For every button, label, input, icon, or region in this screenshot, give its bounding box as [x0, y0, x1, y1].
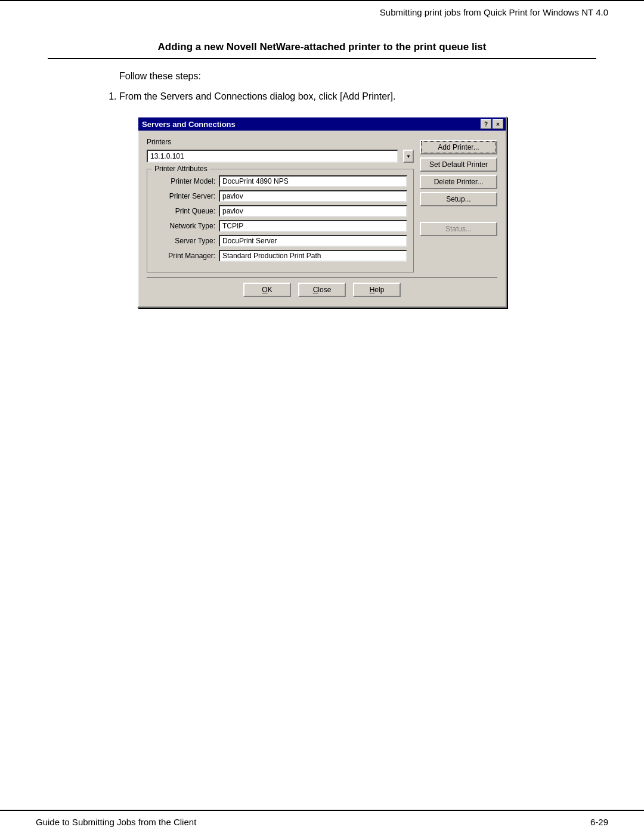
ok-button[interactable]: OK: [243, 283, 291, 297]
dialog-controls: ? ×: [481, 119, 503, 129]
attr-row-network: Network Type: TCPIP: [153, 220, 407, 232]
help-footer-button[interactable]: Help: [353, 283, 401, 297]
attr-value-queue: pavlov: [219, 205, 407, 217]
attr-value-server: pavlov: [219, 190, 407, 202]
dialog-title: Servers and Connections: [142, 120, 236, 129]
close-footer-button[interactable]: Close: [298, 283, 346, 297]
set-default-button[interactable]: Set Default Printer: [420, 157, 497, 172]
attr-label-printmanager: Print Manager:: [153, 252, 219, 260]
attr-value-model: DocuPrint 4890 NPS: [219, 175, 407, 187]
selected-printer-value: 13.1.0.101: [150, 152, 184, 160]
attr-value-network: TCPIP: [219, 220, 407, 232]
step-1: From the Servers and Connections dialog …: [119, 91, 596, 102]
attr-value-servertype: DocuPrint Server: [219, 235, 407, 247]
printer-dropdown[interactable]: 13.1.0.101: [147, 150, 398, 163]
page-footer: Guide to Submitting Jobs from the Client…: [0, 810, 644, 833]
group-box-legend: Printer Attributes: [152, 165, 210, 173]
intro-text: Follow these steps:: [119, 71, 596, 82]
dialog-footer: OK Close Help: [147, 277, 497, 301]
printers-label: Printers: [147, 138, 414, 146]
dialog-right-buttons: Add Printer... Set Default Printer Delet…: [420, 138, 497, 277]
attr-row-server: Printer Server: pavlov: [153, 190, 407, 202]
setup-button[interactable]: Setup...: [420, 192, 497, 206]
help-button[interactable]: ?: [481, 119, 491, 129]
footer-right: 6-29: [590, 817, 608, 827]
attr-label-servertype: Server Type:: [153, 237, 219, 245]
attr-row-queue: Print Queue: pavlov: [153, 205, 407, 217]
printer-attributes-group: Printer Attributes Printer Model: DocuPr…: [147, 169, 414, 272]
add-printer-button[interactable]: Add Printer...: [420, 140, 497, 154]
attr-value-printmanager: Standard Production Print Path: [219, 250, 407, 262]
delete-printer-button[interactable]: Delete Printer...: [420, 175, 497, 189]
status-button[interactable]: Status...: [420, 222, 497, 236]
attr-row-model: Printer Model: DocuPrint 4890 NPS: [153, 175, 407, 187]
attr-label-queue: Print Queue:: [153, 207, 219, 215]
page-header: Submitting print jobs from Quick Print f…: [380, 7, 608, 17]
attr-label-network: Network Type:: [153, 222, 219, 230]
attr-label-server: Printer Server:: [153, 192, 219, 200]
section-heading: Adding a new Novell NetWare-attached pri…: [48, 41, 596, 59]
attr-label-model: Printer Model:: [153, 177, 219, 185]
step-list: From the Servers and Connections dialog …: [95, 91, 596, 102]
close-button[interactable]: ×: [493, 119, 503, 129]
footer-left: Guide to Submitting Jobs from the Client: [36, 817, 196, 827]
dropdown-arrow[interactable]: ▼: [403, 150, 414, 163]
attr-row-printmanager: Print Manager: Standard Production Print…: [153, 250, 407, 262]
attr-row-servertype: Server Type: DocuPrint Server: [153, 235, 407, 247]
dialog-titlebar: Servers and Connections ? ×: [138, 117, 506, 131]
servers-connections-dialog: Servers and Connections ? × Printers: [137, 116, 507, 308]
